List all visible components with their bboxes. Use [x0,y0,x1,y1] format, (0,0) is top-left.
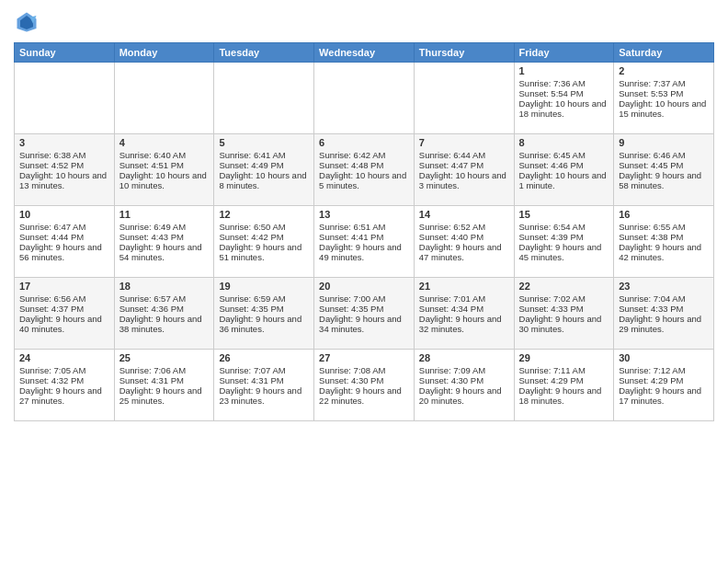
day-info: Sunset: 4:48 PM [319,160,409,170]
day-info: Sunset: 4:33 PM [619,304,709,314]
calendar-cell [214,63,314,134]
day-info: Sunset: 4:36 PM [119,304,210,314]
calendar-cell: 17Sunrise: 6:56 AMSunset: 4:37 PMDayligh… [15,278,115,350]
day-number: 10 [19,209,109,220]
day-info: Sunset: 4:32 PM [19,375,109,385]
day-info: Sunrise: 6:56 AM [19,293,109,304]
day-number: 2 [619,65,709,76]
calendar-cell: 27Sunrise: 7:08 AMSunset: 4:30 PMDayligh… [314,350,415,421]
week-row-5: 24Sunrise: 7:05 AMSunset: 4:32 PMDayligh… [15,350,714,421]
calendar-cell: 26Sunrise: 7:07 AMSunset: 4:31 PMDayligh… [214,350,314,421]
day-info: Daylight: 10 hours and 10 minutes. [119,170,210,190]
day-info: Daylight: 9 hours and 42 minutes. [619,242,709,262]
day-info: Sunrise: 6:49 AM [119,222,210,232]
page: SundayMondayTuesdayWednesdayThursdayFrid… [0,0,728,563]
day-info: Sunset: 4:33 PM [519,304,609,314]
calendar-cell: 30Sunrise: 7:12 AMSunset: 4:29 PMDayligh… [614,350,714,421]
day-info: Sunrise: 7:08 AM [319,365,409,375]
days-header-row: SundayMondayTuesdayWednesdayThursdayFrid… [15,43,714,63]
day-info: Sunset: 4:38 PM [619,232,709,242]
calendar-cell: 5Sunrise: 6:41 AMSunset: 4:49 PMDaylight… [214,134,314,206]
day-info: Sunset: 4:42 PM [219,232,309,242]
week-row-1: 1Sunrise: 7:36 AMSunset: 5:54 PMDaylight… [15,63,714,134]
day-info: Sunrise: 7:01 AM [419,293,509,304]
day-header-sunday: Sunday [15,43,115,63]
day-info: Sunset: 4:41 PM [319,232,409,242]
day-info: Sunrise: 7:37 AM [619,78,709,88]
logo-icon [14,9,40,35]
day-info: Sunrise: 6:42 AM [319,150,409,160]
header [14,9,714,35]
day-info: Sunset: 4:34 PM [419,304,509,314]
day-number: 17 [19,281,109,292]
day-info: Sunset: 4:30 PM [319,375,409,385]
day-info: Daylight: 10 hours and 8 minutes. [219,170,309,190]
day-number: 15 [519,209,609,220]
day-header-monday: Monday [114,43,214,63]
day-number: 6 [319,137,409,148]
day-number: 20 [319,281,409,292]
day-info: Daylight: 9 hours and 45 minutes. [519,242,609,262]
day-info: Sunset: 4:49 PM [219,160,309,170]
day-info: Sunrise: 7:11 AM [519,365,609,375]
day-info: Sunrise: 6:55 AM [619,222,709,232]
day-info: Sunset: 4:35 PM [319,304,409,314]
day-info: Sunrise: 7:00 AM [319,293,409,304]
day-info: Daylight: 9 hours and 40 minutes. [19,314,109,334]
day-info: Sunrise: 7:06 AM [119,365,210,375]
calendar-cell: 23Sunrise: 7:04 AMSunset: 4:33 PMDayligh… [614,278,714,350]
day-info: Daylight: 9 hours and 49 minutes. [319,242,409,262]
day-number: 24 [19,352,109,363]
day-info: Sunset: 4:31 PM [219,375,309,385]
calendar-cell: 13Sunrise: 6:51 AMSunset: 4:41 PMDayligh… [314,206,415,278]
calendar-cell: 11Sunrise: 6:49 AMSunset: 4:43 PMDayligh… [114,206,214,278]
calendar-cell: 7Sunrise: 6:44 AMSunset: 4:47 PMDaylight… [414,134,514,206]
calendar-table: SundayMondayTuesdayWednesdayThursdayFrid… [14,42,714,421]
calendar-cell: 3Sunrise: 6:38 AMSunset: 4:52 PMDaylight… [15,134,115,206]
calendar-cell: 10Sunrise: 6:47 AMSunset: 4:44 PMDayligh… [15,206,115,278]
day-info: Daylight: 10 hours and 5 minutes. [319,170,409,190]
day-number: 25 [119,352,210,363]
calendar-cell [114,63,214,134]
day-info: Sunrise: 7:09 AM [419,365,509,375]
day-info: Daylight: 9 hours and 20 minutes. [419,385,509,406]
calendar-cell: 25Sunrise: 7:06 AMSunset: 4:31 PMDayligh… [114,350,214,421]
day-info: Daylight: 9 hours and 29 minutes. [619,314,709,334]
day-info: Sunrise: 6:54 AM [519,222,609,232]
day-info: Sunset: 4:45 PM [619,160,709,170]
day-number: 8 [519,137,609,148]
day-info: Sunrise: 6:41 AM [219,150,309,160]
day-info: Sunrise: 6:59 AM [219,293,309,304]
day-number: 22 [519,281,609,292]
day-info: Sunrise: 6:45 AM [519,150,609,160]
day-number: 27 [319,352,409,363]
day-info: Daylight: 9 hours and 38 minutes. [119,314,210,334]
week-row-3: 10Sunrise: 6:47 AMSunset: 4:44 PMDayligh… [15,206,714,278]
day-info: Sunset: 4:52 PM [19,160,109,170]
day-info: Daylight: 9 hours and 32 minutes. [419,314,509,334]
day-info: Sunset: 4:44 PM [19,232,109,242]
day-header-saturday: Saturday [614,43,714,63]
day-info: Sunrise: 7:04 AM [619,293,709,304]
day-info: Daylight: 9 hours and 56 minutes. [19,242,109,262]
calendar-cell [314,63,415,134]
day-info: Sunset: 4:29 PM [519,375,609,385]
day-info: Sunrise: 6:51 AM [319,222,409,232]
calendar-cell: 19Sunrise: 6:59 AMSunset: 4:35 PMDayligh… [214,278,314,350]
day-number: 14 [419,209,509,220]
day-info: Sunrise: 7:07 AM [219,365,309,375]
day-number: 21 [419,281,509,292]
day-number: 28 [419,352,509,363]
calendar-cell: 29Sunrise: 7:11 AMSunset: 4:29 PMDayligh… [514,350,614,421]
day-number: 26 [219,352,309,363]
calendar-cell: 15Sunrise: 6:54 AMSunset: 4:39 PMDayligh… [514,206,614,278]
day-info: Sunset: 4:35 PM [219,304,309,314]
day-number: 4 [119,137,210,148]
day-info: Sunrise: 7:02 AM [519,293,609,304]
calendar-body: 1Sunrise: 7:36 AMSunset: 5:54 PMDaylight… [15,63,714,421]
calendar-cell: 1Sunrise: 7:36 AMSunset: 5:54 PMDaylight… [514,63,614,134]
day-number: 11 [119,209,210,220]
day-info: Sunset: 4:31 PM [119,375,210,385]
day-info: Sunset: 5:53 PM [619,88,709,98]
week-row-2: 3Sunrise: 6:38 AMSunset: 4:52 PMDaylight… [15,134,714,206]
